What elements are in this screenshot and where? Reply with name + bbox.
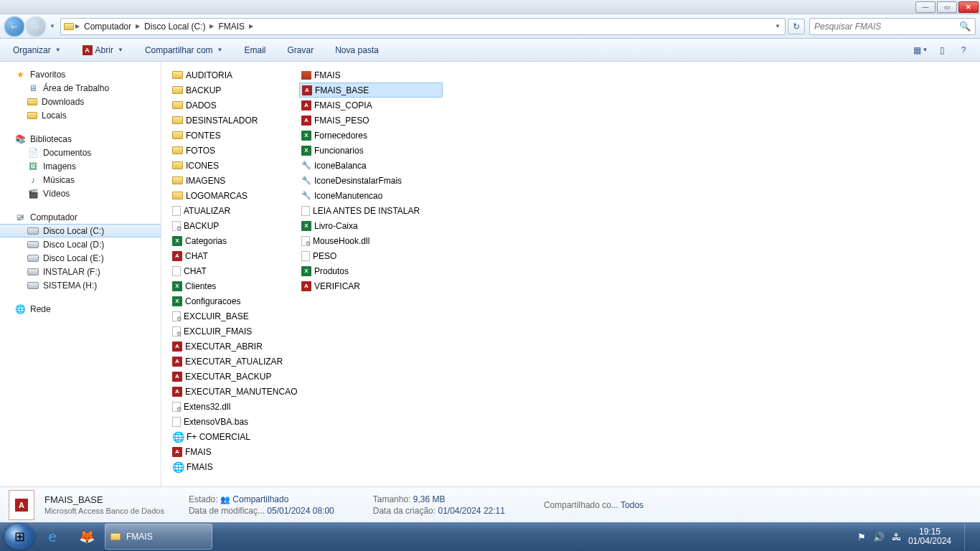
file-name: EXECUTAR_ABRIR: [185, 342, 263, 352]
maximize-button[interactable]: ▭: [937, 1, 957, 13]
preview-pane-button[interactable]: ▯: [933, 42, 951, 58]
file-item[interactable]: XFornecedores: [299, 128, 443, 143]
file-item[interactable]: DADOS: [170, 98, 299, 113]
file-item[interactable]: XProdutos: [299, 263, 443, 278]
nav-network[interactable]: 🌐Rede: [0, 302, 161, 316]
nav-documents[interactable]: 📄Documentos: [0, 146, 161, 159]
file-item[interactable]: 🔧IconeDesinstalarFmais: [299, 173, 443, 188]
file-item[interactable]: ATUALIZAR: [170, 203, 299, 218]
newfolder-button[interactable]: Nova pasta: [329, 42, 385, 58]
nav-drive-c[interactable]: Disco Local (C:): [0, 224, 161, 237]
file-item[interactable]: FONTES: [170, 128, 299, 143]
file-item[interactable]: EXCLUIR_FMAIS: [170, 324, 299, 339]
nav-desktop[interactable]: 🖥Área de Trabalho: [0, 81, 161, 95]
search-box[interactable]: 🔍: [809, 18, 976, 35]
organize-button[interactable]: Organizar▼: [7, 42, 67, 58]
close-button[interactable]: ✕: [958, 1, 979, 13]
taskbar-ie[interactable]: e: [36, 524, 69, 550]
file-item[interactable]: AFMAIS_BASE: [299, 83, 443, 98]
refresh-button[interactable]: ↻: [788, 19, 805, 34]
show-desktop-button[interactable]: [964, 523, 973, 550]
file-item[interactable]: AFMAIS: [170, 444, 299, 459]
text-file-icon: [172, 206, 181, 216]
file-item[interactable]: Extens32.dll: [170, 399, 299, 414]
nav-libraries[interactable]: 📚Bibliotecas: [0, 132, 161, 146]
share-button[interactable]: Compartilhar com▼: [139, 42, 229, 58]
start-button[interactable]: ⊞: [4, 524, 34, 550]
access-icon: A: [172, 357, 182, 367]
file-item[interactable]: XConfiguracoes: [170, 293, 299, 309]
file-item[interactable]: IMAGENS: [170, 173, 299, 188]
file-item[interactable]: LEIA ANTES DE INSTALAR: [299, 203, 443, 218]
file-item[interactable]: AEXECUTAR_ABRIR: [170, 339, 299, 354]
file-item[interactable]: EXCLUIR_BASE: [170, 309, 299, 324]
file-item[interactable]: AVERIFICAR: [299, 278, 443, 293]
excel-icon: X: [172, 281, 182, 291]
breadcrumb-seg[interactable]: Computador: [81, 22, 134, 32]
nav-drive-d[interactable]: Disco Local (D:): [0, 237, 161, 251]
taskbar-firefox[interactable]: 🦊: [70, 524, 103, 550]
nav-drive-e[interactable]: Disco Local (E:): [0, 251, 161, 265]
address-bar[interactable]: ▶ Computador ▶ Disco Local (C:) ▶ FMAIS …: [60, 18, 786, 35]
nav-recent[interactable]: Locais: [0, 108, 161, 122]
tray-network-icon[interactable]: 🖧: [892, 532, 901, 542]
file-item[interactable]: XFuncionarios: [299, 143, 443, 158]
file-item[interactable]: MouseHook.dll: [299, 233, 443, 248]
burn-button[interactable]: Gravar: [282, 42, 320, 58]
nav-videos[interactable]: 🎬Vídeos: [0, 187, 161, 200]
nav-downloads[interactable]: Downloads: [0, 95, 161, 108]
breadcrumb-seg[interactable]: Disco Local (C:): [141, 22, 208, 32]
file-item[interactable]: XCategorias: [170, 233, 299, 248]
email-button[interactable]: Email: [239, 42, 272, 58]
file-item[interactable]: AEXECUTAR_ATUALIZAR: [170, 354, 299, 369]
file-item[interactable]: FMAIS: [299, 67, 443, 83]
addr-dropdown[interactable]: ▼: [773, 23, 782, 29]
file-item[interactable]: PESO: [299, 248, 443, 263]
file-item[interactable]: AFMAIS_COPIA: [299, 98, 443, 113]
nav-computer[interactable]: 🖳Computador: [0, 210, 161, 224]
view-button[interactable]: ▦▼: [911, 42, 930, 58]
tray-volume-icon[interactable]: 🔊: [873, 532, 885, 542]
file-name: FMAIS_PESO: [314, 116, 369, 126]
nav-images[interactable]: 🖼Imagens: [0, 159, 161, 173]
nav-drive-h[interactable]: SISTEMA (H:): [0, 278, 161, 292]
file-item[interactable]: AEXECUTAR_BACKUP: [170, 369, 299, 384]
history-dropdown[interactable]: ▼: [47, 19, 57, 34]
tray-flag-icon[interactable]: ⚑: [857, 532, 866, 542]
file-name: FMAIS: [185, 447, 212, 457]
help-button[interactable]: ?: [954, 42, 973, 58]
nav-music[interactable]: ♪Músicas: [0, 173, 161, 187]
file-item[interactable]: 🔧IconeManutencao: [299, 188, 443, 203]
nav-drive-f[interactable]: INSTALAR (F:): [0, 265, 161, 278]
back-button[interactable]: ←: [4, 17, 24, 37]
file-item[interactable]: AUDITORIA: [170, 67, 299, 83]
file-item[interactable]: CHAT: [170, 263, 299, 278]
minimize-button[interactable]: —: [915, 1, 936, 13]
file-name: VERIFICAR: [314, 281, 360, 291]
file-item[interactable]: 🌐FMAIS: [170, 459, 299, 474]
breadcrumb-seg[interactable]: FMAIS: [215, 22, 248, 32]
file-name: IconeDesinstalarFmais: [314, 176, 402, 186]
taskbar-explorer[interactable]: FMAIS: [105, 524, 212, 550]
nav-favorites[interactable]: ★Favoritos: [0, 67, 161, 81]
file-item[interactable]: ACHAT: [170, 248, 299, 263]
file-item[interactable]: 🔧IconeBalanca: [299, 158, 443, 173]
file-name: EXECUTAR_ATUALIZAR: [185, 357, 283, 367]
file-item[interactable]: LOGOMARCAS: [170, 188, 299, 203]
search-icon[interactable]: 🔍: [959, 21, 971, 32]
file-item[interactable]: AFMAIS_PESO: [299, 113, 443, 128]
file-item[interactable]: AEXECUTAR_MANUTENCAO: [170, 384, 299, 399]
file-item[interactable]: DESINSTALADOR: [170, 113, 299, 128]
file-item[interactable]: BACKUP: [170, 218, 299, 233]
file-item[interactable]: 🌐F+ COMERCIAL: [170, 429, 299, 444]
file-item[interactable]: FOTOS: [170, 143, 299, 158]
forward-button[interactable]: →: [26, 17, 46, 37]
open-button[interactable]: AAbrir▼: [77, 42, 129, 58]
file-item[interactable]: ExtensoVBA.bas: [170, 414, 299, 429]
file-item[interactable]: XClientes: [170, 278, 299, 293]
file-item[interactable]: BACKUP: [170, 83, 299, 98]
search-input[interactable]: [814, 22, 959, 32]
file-item[interactable]: XLivro-Caixa: [299, 218, 443, 233]
file-item[interactable]: ICONES: [170, 158, 299, 173]
tray-clock[interactable]: 19:15 01/04/2024: [908, 527, 951, 546]
